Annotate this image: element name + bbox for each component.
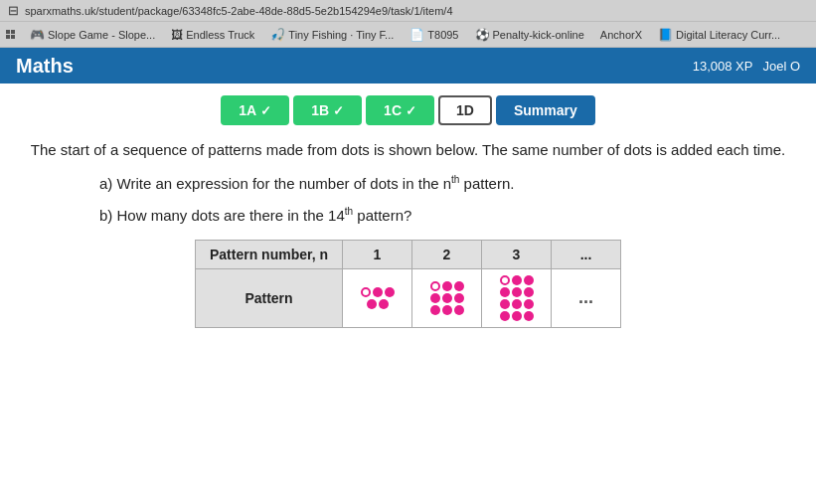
- main-content: 1A ✓ 1B ✓ 1C ✓ 1D Summary The start of a…: [0, 84, 816, 504]
- table-pattern-1: [343, 268, 412, 327]
- table-pattern-3: [482, 268, 552, 327]
- pattern-3-dots: [496, 275, 537, 321]
- table-col2-header: 2: [412, 240, 482, 268]
- dot: [385, 287, 395, 297]
- tab-1C-label: 1C: [384, 102, 402, 118]
- bookmarks-bar: 🎮 Slope Game - Slope... 🖼 Endless Truck …: [0, 22, 816, 48]
- digital-literacy-icon: 📘: [658, 28, 673, 42]
- table-col3-header: 3: [482, 240, 552, 268]
- tab-1C-check: ✓: [406, 103, 416, 118]
- table-pattern-row-label: Pattern: [195, 268, 342, 327]
- pattern-2-dots: [426, 281, 467, 315]
- pattern-table: Pattern number, n 1 2 3 ... Pattern: [195, 240, 621, 328]
- dot: [524, 287, 534, 297]
- tabs-row: 1A ✓ 1B ✓ 1C ✓ 1D Summary: [20, 95, 796, 125]
- part-a-text: a) Write an expression for the number of…: [99, 172, 796, 196]
- dot: [454, 305, 464, 315]
- page-title: Maths: [16, 55, 74, 78]
- dot: [524, 275, 534, 285]
- bookmark-anchorx[interactable]: AnchorX: [595, 27, 647, 43]
- tab-1B-label: 1B: [311, 102, 329, 118]
- question-intro: The start of a sequence of patterns made…: [20, 139, 796, 162]
- pattern-ellipsis: ...: [571, 287, 601, 307]
- dot: [512, 275, 522, 285]
- anchorx-label: AnchorX: [600, 29, 642, 41]
- pattern-1-dots: [357, 287, 398, 309]
- tab-1B[interactable]: 1B ✓: [293, 95, 362, 125]
- tab-summary[interactable]: Summary: [496, 95, 595, 125]
- dot: [430, 293, 440, 303]
- penalty-kick-label: Penalty-kick-online: [493, 29, 584, 41]
- endless-truck-label: Endless Truck: [186, 29, 254, 41]
- dot: [367, 299, 377, 309]
- dot: [454, 281, 464, 291]
- dot: [442, 281, 452, 291]
- dot: [512, 287, 522, 297]
- tab-summary-label: Summary: [514, 102, 577, 118]
- tiny-fishing-icon: 🎣: [270, 28, 285, 42]
- dot: [379, 299, 389, 309]
- slope-game-label: Slope Game - Slope...: [48, 29, 155, 41]
- dot: [512, 311, 522, 321]
- table-pattern-ellipsis: ...: [552, 268, 621, 327]
- bookmark-slope-game[interactable]: 🎮 Slope Game - Slope...: [25, 26, 160, 44]
- part-b-sup: th: [345, 206, 353, 217]
- bookmark-endless-truck[interactable]: 🖼 Endless Truck: [166, 26, 259, 44]
- endless-truck-icon: 🖼: [171, 28, 183, 42]
- slope-game-icon: 🎮: [30, 28, 45, 42]
- tab-1A-label: 1A: [239, 102, 256, 118]
- digital-literacy-label: Digital Literacy Curr...: [676, 29, 780, 41]
- dot: [373, 287, 383, 297]
- dot: [442, 305, 452, 315]
- table-header-label: Pattern number, n: [195, 240, 342, 268]
- browser-bar: ⊟ sparxmaths.uk/student/package/63348fc5…: [0, 0, 816, 22]
- tab-1D[interactable]: 1D: [438, 95, 492, 125]
- dot: [524, 299, 534, 309]
- dot: [500, 299, 510, 309]
- bookmark-tiny-fishing[interactable]: 🎣 Tiny Fishing · Tiny F...: [265, 26, 399, 44]
- table-ellipsis-header: ...: [552, 240, 621, 268]
- pattern-table-wrap: Pattern number, n 1 2 3 ... Pattern: [20, 240, 796, 328]
- dot: [454, 293, 464, 303]
- xp-info: 13,008 XP Joel O: [693, 59, 800, 74]
- dot: [500, 311, 510, 321]
- dot: [361, 287, 371, 297]
- dot: [442, 293, 452, 303]
- tiny-fishing-label: Tiny Fishing · Tiny F...: [288, 29, 394, 41]
- t8095-icon: 📄: [409, 28, 424, 42]
- tab-1A[interactable]: 1A ✓: [221, 95, 289, 125]
- table-col1-header: 1: [343, 240, 412, 268]
- apps-grid-icon[interactable]: [6, 30, 15, 39]
- dot: [500, 275, 510, 285]
- dot: [430, 305, 440, 315]
- t8095-label: T8095: [427, 29, 458, 41]
- xp-value: 13,008 XP: [693, 59, 753, 74]
- url-bar[interactable]: sparxmaths.uk/student/package/63348fc5-2…: [25, 5, 453, 17]
- tab-1D-label: 1D: [456, 102, 474, 118]
- dot: [500, 287, 510, 297]
- tab-1C[interactable]: 1C ✓: [366, 95, 434, 125]
- user-name: Joel O: [762, 59, 800, 74]
- part-b-text: b) How many dots are there in the 14th p…: [99, 204, 796, 228]
- browser-icon: ⊟: [8, 3, 19, 18]
- bookmark-t8095[interactable]: 📄 T8095: [405, 26, 463, 44]
- bookmark-penalty-kick[interactable]: ⚽ Penalty-kick-online: [470, 26, 589, 44]
- tab-1A-check: ✓: [260, 103, 271, 118]
- question-parts: a) Write an expression for the number of…: [20, 172, 796, 228]
- page-header: Maths 13,008 XP Joel O: [0, 48, 816, 84]
- intro-text: The start of a sequence of patterns made…: [20, 139, 796, 162]
- dot: [524, 311, 534, 321]
- penalty-kick-icon: ⚽: [475, 28, 490, 42]
- dot: [512, 299, 522, 309]
- table-pattern-2: [412, 268, 482, 327]
- tab-1B-check: ✓: [333, 103, 344, 118]
- dot: [430, 281, 440, 291]
- bookmark-digital-literacy[interactable]: 📘 Digital Literacy Curr...: [653, 26, 785, 44]
